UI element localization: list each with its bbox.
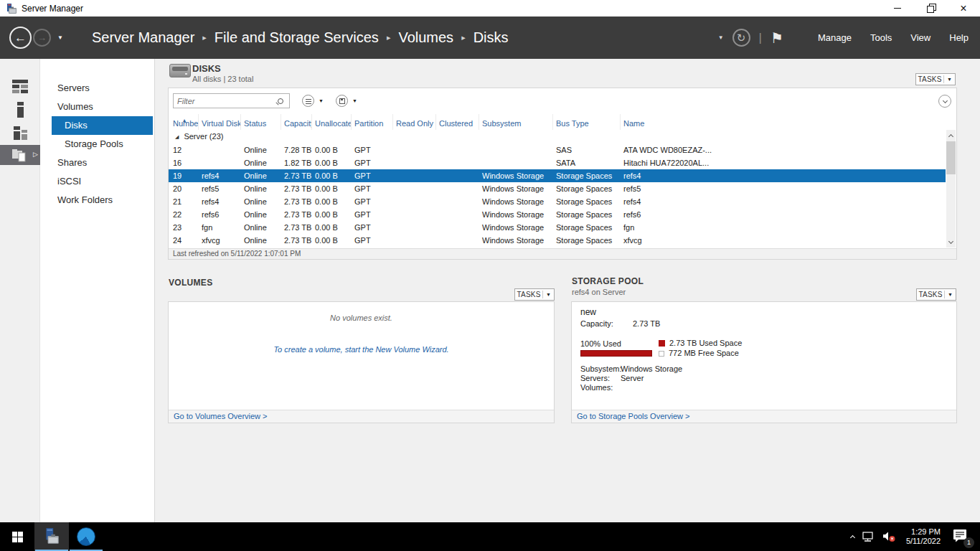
sidebar-item-shares[interactable]: Shares [40, 154, 154, 172]
chevron-down-icon[interactable]: ▼ [352, 98, 357, 103]
table-row[interactable]: 23fgnOnline2.73 TB0.00 BGPTWindows Stora… [169, 221, 946, 234]
sidebar-item-volumes[interactable]: Volumes [40, 98, 154, 116]
refresh-button[interactable]: ↻ [732, 29, 750, 47]
volume-muted-icon[interactable] [882, 531, 896, 542]
taskbar-clock[interactable]: 1:29 PM 5/11/2022 [906, 527, 941, 546]
column-header-status[interactable]: Status [241, 114, 281, 130]
refresh-dropdown-icon[interactable]: ▼ [718, 34, 724, 41]
chevron-right-icon: ▸ [202, 33, 207, 42]
column-header-name[interactable]: Name [621, 114, 956, 130]
taskbar-server-manager-button[interactable] [34, 522, 69, 551]
action-center-button[interactable]: 1 [953, 529, 969, 545]
column-header-unallocated[interactable]: Unallocated [312, 114, 352, 130]
start-button[interactable] [0, 522, 34, 551]
table-row[interactable]: 19refs4Online2.73 TB0.00 BGPTWindows Sto… [169, 169, 946, 182]
column-header-clustered[interactable]: Clustered [436, 114, 479, 130]
vertical-scrollbar[interactable] [946, 130, 956, 248]
local-server-icon[interactable] [0, 99, 40, 121]
scrollbar-thumb[interactable] [946, 141, 956, 174]
flyout-arrow-icon[interactable]: ▷ [33, 151, 38, 158]
collapse-tile-button[interactable] [938, 95, 951, 108]
table-row[interactable]: 21refs4Online2.73 TB0.00 BGPTWindows Sto… [169, 195, 946, 208]
cell: Windows Storage [479, 234, 553, 247]
cell [393, 182, 436, 195]
network-icon[interactable] [862, 532, 875, 542]
breadcrumb-server-manager[interactable]: Server Manager [92, 29, 194, 46]
menu-manage[interactable]: Manage [818, 32, 852, 43]
window-title: Server Manager [22, 4, 83, 14]
menu-tools[interactable]: Tools [870, 32, 892, 43]
notifications-flag-icon[interactable]: ⚑ [771, 29, 783, 47]
filter-criteria-button[interactable] [302, 95, 314, 107]
breadcrumb-disks[interactable]: Disks [473, 29, 509, 46]
breadcrumb-file-storage-services[interactable]: File and Storage Services [215, 29, 379, 46]
sidebar-item-disks[interactable]: Disks [52, 116, 153, 135]
volumes-empty-message: No volumes exist. [169, 314, 554, 322]
table-row[interactable]: 24xfvcgOnline2.73 TB0.00 BGPTWindows Sto… [169, 234, 946, 247]
history-dropdown-icon[interactable]: ▼ [57, 34, 63, 41]
scroll-down-button[interactable] [946, 237, 956, 247]
volumes-overview-link[interactable]: Go to Volumes Overview > [169, 410, 554, 423]
cell: 12 [170, 143, 199, 156]
chevron-down-icon[interactable]: ▼ [319, 98, 324, 103]
menu-help[interactable]: Help [949, 32, 969, 43]
volumes-tasks-button[interactable]: TASKS ▼ [514, 288, 555, 301]
storage-pool-panel: new Capacity: 2.73 TB 100% Used 2.73 TB … [571, 301, 957, 423]
column-header-partition[interactable]: Partition [352, 114, 393, 130]
restore-button[interactable] [914, 0, 947, 17]
column-header-bus-type[interactable]: Bus Type [553, 114, 621, 130]
dashboard-icon[interactable] [0, 76, 40, 98]
group-expand-icon[interactable]: ◢ [175, 130, 179, 143]
cell: SATA [553, 156, 621, 169]
minimize-button[interactable] [881, 0, 914, 17]
used-percent-label: 100% Used [580, 339, 621, 348]
search-icon[interactable] [278, 98, 283, 104]
cell: Storage Spaces [553, 169, 621, 182]
back-button[interactable]: ← [9, 27, 32, 49]
breadcrumb-volumes[interactable]: Volumes [398, 29, 453, 46]
cell: Online [241, 208, 281, 221]
volumes-label: Volumes: [580, 383, 613, 392]
cell: Storage Spaces [553, 234, 621, 247]
column-header-number[interactable]: Number▴ [170, 114, 199, 130]
scroll-up-button[interactable] [946, 131, 956, 140]
sidebar-item-iscsi[interactable]: iSCSI [40, 172, 154, 191]
cell: refs6 [199, 208, 241, 221]
forward-button[interactable]: → [33, 29, 51, 47]
storage-pool-tasks-button[interactable]: TASKS ▼ [916, 288, 956, 301]
cell [436, 195, 479, 208]
column-header-read-only[interactable]: Read Only [393, 114, 436, 130]
notification-badge: 1 [963, 537, 974, 548]
disks-tasks-button[interactable]: TASKS ▼ [915, 73, 956, 85]
table-row[interactable]: 22refs6Online2.73 TB0.00 BGPTWindows Sto… [169, 208, 946, 221]
all-servers-icon[interactable] [0, 122, 40, 143]
cell: 0.00 B [312, 182, 352, 195]
sidebar-item-storage-pools[interactable]: Storage Pools [40, 135, 154, 154]
server-group-row[interactable]: ◢Server (23) [169, 130, 956, 143]
cell: GPT [352, 182, 393, 195]
save-icon [339, 98, 345, 104]
cell: 0.00 B [312, 143, 352, 156]
table-row[interactable]: 16Online1.82 TB0.00 BGPTSATAHitachi HUA7… [169, 156, 946, 169]
table-row[interactable]: 12Online7.28 TB0.00 BGPTSASATA WDC WD80E… [169, 143, 946, 156]
filter-input[interactable] [174, 96, 278, 106]
cell: refs5 [199, 182, 241, 195]
storage-pools-overview-link[interactable]: Go to Storage Pools Overview > [572, 410, 956, 423]
sidebar-item-work-folders[interactable]: Work Folders [40, 191, 154, 209]
cell [479, 156, 553, 169]
sidebar-item-servers[interactable]: Servers [40, 79, 154, 98]
save-criteria-button[interactable] [336, 95, 348, 107]
column-header-subsystem[interactable]: Subsystem [479, 114, 553, 130]
menu-view[interactable]: View [910, 32, 930, 43]
column-header-virtual-disk[interactable]: Virtual Disk [199, 114, 241, 130]
file-storage-services-icon[interactable]: ▷ [0, 145, 40, 165]
legend-free: 772 MB Free Space [659, 349, 739, 357]
subsystem-value: Windows Storage [621, 364, 682, 373]
cell: xfvcg [621, 234, 946, 247]
new-volume-wizard-link[interactable]: To create a volume, start the New Volume… [169, 345, 554, 354]
column-header-capacity[interactable]: Capacity [281, 114, 312, 130]
tray-expand-icon[interactable] [850, 535, 855, 540]
taskbar-app-button[interactable] [69, 522, 103, 551]
table-row[interactable]: 20refs5Online2.73 TB0.00 BGPTWindows Sto… [169, 182, 946, 195]
close-button[interactable]: × [947, 0, 980, 17]
